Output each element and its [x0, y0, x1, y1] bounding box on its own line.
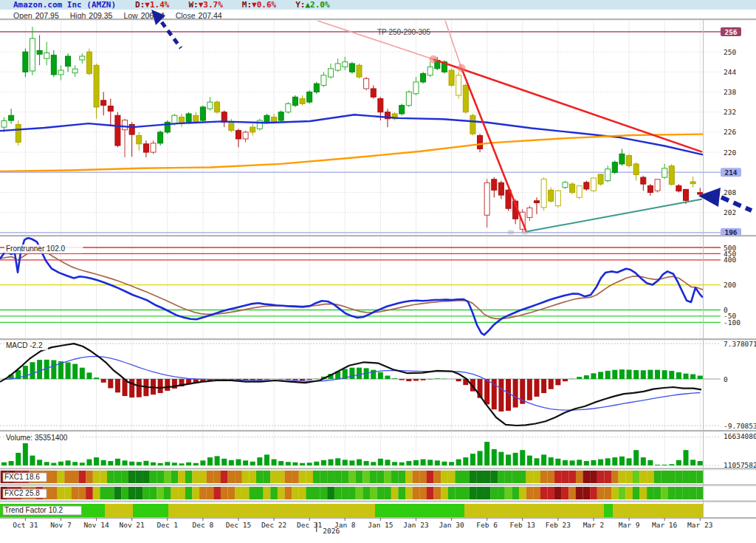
date-axis-label: Mar 23 — [687, 521, 712, 529]
volume-bar — [329, 460, 334, 465]
fxc1-strip-cell — [292, 471, 299, 483]
volume-bar — [165, 462, 170, 465]
volume-bars[interactable] — [1, 442, 703, 465]
candle-body — [633, 164, 639, 174]
fxc1-strip-cell — [235, 471, 242, 483]
trend-factor-label: Trend Factor 10.2 — [4, 506, 63, 514]
fxc2-strip-cell — [604, 487, 611, 499]
date-axis-label: Dec 31 — [297, 521, 323, 529]
fxc1-strip-cell — [434, 471, 441, 483]
fxc2-strip-cell — [654, 487, 662, 499]
fxc2-strip-cell — [668, 487, 676, 499]
volume-bar — [129, 462, 134, 465]
candle-body — [349, 64, 354, 72]
candle-body — [86, 52, 92, 73]
fxc1-strip-cell — [327, 471, 334, 483]
fxc1-strip-cell — [221, 471, 228, 483]
fxc2-strip-cell — [121, 487, 128, 499]
fxc1-strip-cell — [199, 471, 207, 483]
macd-histogram-bar — [307, 379, 312, 380]
candle-body — [335, 64, 340, 70]
fxc2-strip — [1, 487, 704, 499]
fxc2-strip-cell — [264, 487, 271, 499]
fxc1-strip-cell — [256, 471, 264, 483]
fxc2-strip-cell — [135, 487, 142, 499]
fxc2-strip-cell — [228, 487, 236, 499]
fxc1-strip-cell — [58, 471, 65, 483]
macd-histogram-bar — [385, 375, 390, 379]
macd-panel-label: MACD -2.2 — [6, 341, 43, 349]
price-axis-label: 250 — [724, 48, 736, 56]
fxc1-strip-cell — [128, 471, 136, 483]
volume-bar — [236, 460, 241, 465]
candle-body — [272, 117, 277, 123]
fxc2-strip-cell — [185, 487, 193, 499]
candle-body — [151, 143, 156, 152]
fxc2-strip-cell — [661, 487, 668, 499]
date-axis-label: Nov 14 — [83, 521, 109, 529]
fxc2-strip-cell — [50, 487, 58, 499]
fxc2-strip-cell — [547, 487, 554, 499]
fxc1-strip-cell — [413, 471, 420, 483]
candle-body — [94, 65, 99, 107]
volume-bar — [435, 460, 440, 465]
fxc2-strip-cell — [676, 487, 683, 499]
candle-body — [555, 191, 560, 205]
price-axis-label: 220 — [724, 148, 736, 157]
candles-layer[interactable] — [1, 27, 703, 232]
candle-body — [143, 144, 148, 152]
macd-histogram[interactable] — [9, 360, 703, 411]
volume-bar — [641, 457, 646, 465]
fxc2-strip-cell — [476, 487, 484, 499]
volume-bar — [30, 456, 35, 465]
candle-body — [129, 124, 134, 134]
fxc1-strip-cell — [611, 471, 619, 483]
fxc1-strip-cell — [341, 471, 348, 483]
fxc1-strip-cell — [654, 471, 662, 483]
trend-factor-segment — [613, 504, 703, 518]
candle-body — [23, 52, 28, 72]
macd-histogram-bar — [435, 378, 440, 379]
volume-bar — [58, 462, 63, 465]
candle-body — [123, 120, 128, 130]
frontrunner-axis-label: -100 — [724, 318, 740, 327]
candle-body — [58, 70, 63, 75]
fxc2-strip-cell — [633, 487, 640, 499]
macd-histogram-bar — [378, 372, 383, 379]
candle-body — [684, 189, 689, 200]
candle-body — [193, 115, 199, 122]
candle-body — [698, 193, 703, 194]
fxc1-strip-cell — [142, 471, 150, 483]
fxc1-strip-cell — [696, 471, 704, 483]
date-axis-label: Dec 22 — [261, 521, 286, 529]
candle-body — [612, 163, 617, 173]
volume-bar — [690, 460, 695, 465]
macd-histogram-bar — [633, 370, 639, 379]
price-chart-canvas[interactable]: 250244238232226220208202256214196TP 250-… — [0, 0, 756, 543]
fxc1-strip-cell — [264, 471, 271, 483]
fxc2-strip-cell — [682, 487, 690, 499]
swing-low-marker — [507, 230, 515, 234]
macd-histogram-bar — [357, 368, 362, 379]
macd-histogram-bar — [86, 372, 92, 379]
candle-body — [676, 185, 681, 191]
macd-histogram-bar — [662, 370, 667, 379]
volume-bar — [676, 460, 681, 465]
macd-histogram-bar — [641, 370, 646, 379]
macd-histogram-bar — [513, 379, 518, 408]
macd-histogram-bar — [591, 373, 596, 379]
candle-body — [108, 106, 113, 112]
fxc2-strip-cell — [690, 487, 697, 499]
fxc1-strip-cell — [526, 471, 534, 483]
candle-body — [292, 97, 298, 105]
fxc1-strip-cell — [178, 471, 185, 483]
candle-body — [329, 69, 334, 77]
fxc1-strip-cell — [505, 471, 512, 483]
fxc2-strip-cell — [568, 487, 576, 499]
fxc2-strip-cell — [341, 487, 348, 499]
volume-bar — [286, 462, 291, 465]
macd-histogram-bar — [292, 379, 298, 380]
macd-histogram-bar — [627, 369, 632, 379]
macd-histogram-bar — [598, 372, 603, 379]
volume-bar — [207, 457, 213, 465]
